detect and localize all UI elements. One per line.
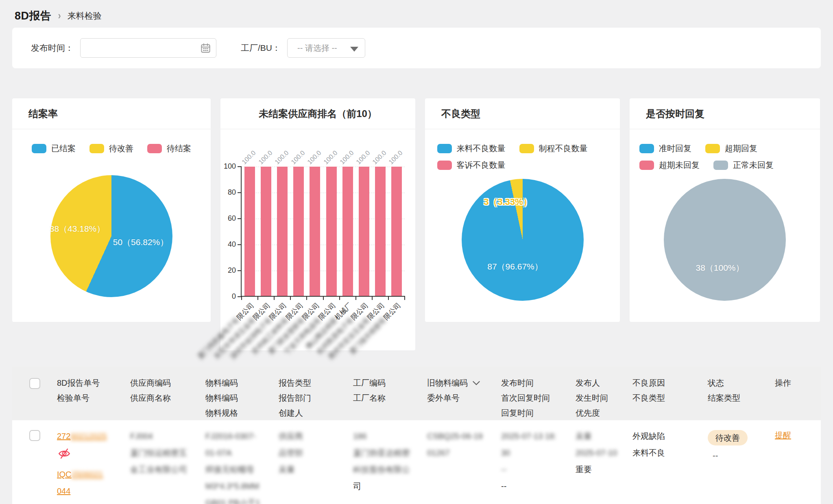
cell-line: FJ2016-0307- xyxy=(205,430,279,442)
x-axis-tick xyxy=(257,296,258,300)
pie-slice-label: 87（96.67%） xyxy=(487,261,543,272)
breadcrumb: 8D报告 › 来料检验 xyxy=(0,0,833,23)
publish-time-input[interactable] xyxy=(80,38,216,58)
header-line: 结案类型 xyxy=(708,391,775,406)
legend-swatch xyxy=(437,144,452,153)
inspection-no-tail: 044 xyxy=(57,487,70,495)
x-axis-tick xyxy=(339,296,340,300)
cell-line: 焊接无铅螺母 xyxy=(205,463,279,476)
select-all-checkbox[interactable] xyxy=(29,378,40,389)
header-line: 不良原因 xyxy=(632,376,708,391)
chevron-down-icon[interactable] xyxy=(472,380,481,386)
legend-item[interactable]: 已结案 xyxy=(32,143,76,154)
bar[interactable] xyxy=(293,167,304,296)
bar[interactable] xyxy=(359,167,369,296)
report-no-link[interactable]: 27260212025 xyxy=(57,432,107,441)
breadcrumb-current[interactable]: 来料检验 xyxy=(68,10,102,22)
report-no-clear: 272 xyxy=(57,432,70,441)
header-cell: 物料编码物料编码物料规格 xyxy=(205,376,279,421)
bar-slot[interactable]: 100.0佛山顺达精密机械厂 xyxy=(340,167,356,296)
cell-old-material: CSBQ25-06-1901267 xyxy=(427,430,501,504)
inspection-no-link-tail[interactable]: 044 xyxy=(57,487,70,495)
bar-slot[interactable]: 100.0厦门瑞丰精密有限公司 xyxy=(388,167,405,296)
legend-item[interactable]: 制程不良数量 xyxy=(519,143,588,154)
row-checkbox[interactable] xyxy=(29,430,40,441)
x-axis-tick xyxy=(355,296,356,300)
header-line: 创建人 xyxy=(279,406,353,421)
table-row[interactable]: 27260212025 IQC2506021 044 xyxy=(12,420,821,504)
legend-item[interactable]: 准时回复 xyxy=(639,143,691,154)
header-text: 物料编码 xyxy=(205,376,238,391)
header-text: 委外单号 xyxy=(427,391,460,406)
cell-line: 186 xyxy=(353,430,427,442)
table-header-row: 8D报告单号检验单号供应商编码供应商名称物料编码物料编码物料规格报告类型报告部门… xyxy=(12,367,821,420)
header-line: 工厂名称 xyxy=(353,391,427,406)
bar[interactable] xyxy=(310,167,320,296)
header-cell: 发布人发生时间优先度 xyxy=(576,376,632,421)
defect-type-legend: 来料不良数量制程不良数量客诉不良数量 xyxy=(437,143,608,171)
header-text: 供应商名称 xyxy=(130,391,171,406)
header-line: 8D报告单号 xyxy=(57,376,130,391)
legend-item[interactable]: 来料不良数量 xyxy=(437,143,506,154)
bar-slot[interactable]: 100.0杭州凯美电子有限公司 xyxy=(356,167,372,296)
bar[interactable] xyxy=(391,167,402,296)
bar-slot[interactable]: 100.0苏州精工材料有限公司 xyxy=(290,167,307,296)
bar[interactable] xyxy=(277,167,288,296)
remind-link[interactable]: 提醒 xyxy=(775,431,791,440)
bar-slot[interactable]: 100.0惠州市宏业五金有限公司 xyxy=(372,167,388,296)
eye-off-icon[interactable] xyxy=(58,448,71,463)
defect-type-pie-chart[interactable]: 3（3.33%） 87（96.67%） xyxy=(462,179,584,301)
cell-line: M3*4.3*5.8MM xyxy=(205,480,279,492)
bar[interactable] xyxy=(342,167,353,296)
legend-item[interactable]: 客诉不良数量 xyxy=(437,160,506,171)
bar-value-label: 100.0 xyxy=(355,149,371,166)
bar[interactable] xyxy=(375,167,386,296)
header-line: 供应商名称 xyxy=(130,391,205,406)
header-line: 物料编码 xyxy=(205,391,279,406)
header-text: 发布时间 xyxy=(501,376,534,391)
legend-label: 超期未回复 xyxy=(659,160,700,171)
card-closure-rate-title: 结案率 xyxy=(28,107,58,120)
cell-publish-time: 2025-07-13 18:30---- xyxy=(501,430,576,504)
header-line: 回复时间 xyxy=(501,406,576,421)
header-text: 发生时间 xyxy=(576,391,608,406)
supplier-bar-chart[interactable]: 020406080100100.0厦门伟胜鑫电子有限公司100.0东莞市华泽五金… xyxy=(241,167,405,297)
bar[interactable] xyxy=(326,167,337,296)
factory-bu-filter: 工厂/BU： -- 请选择 -- xyxy=(241,38,365,58)
cell-line: 30 xyxy=(501,447,576,459)
legend-item[interactable]: 待改善 xyxy=(89,143,133,154)
header-cell: 8D报告单号检验单号 xyxy=(57,376,130,421)
closure-type-value: -- xyxy=(708,451,775,461)
publish-time-label: 发布时间： xyxy=(31,42,74,54)
header-line: 首次回复时间 xyxy=(501,391,576,406)
reply-on-time-pie-chart[interactable]: 38（100%） xyxy=(664,179,786,301)
bar-value-label: 100.0 xyxy=(273,149,290,166)
header-text: 检验单号 xyxy=(57,391,89,406)
y-axis-tick-label: 40 xyxy=(228,240,236,249)
bar[interactable] xyxy=(244,167,255,296)
bar-slot[interactable]: 100.0厦门伟胜鑫电子有限公司 xyxy=(242,167,258,296)
y-axis-tick-label: 100 xyxy=(224,162,236,171)
legend-item[interactable]: 超期回复 xyxy=(705,143,757,154)
bar-value-label: 100.0 xyxy=(388,149,404,166)
factory-bu-select[interactable]: -- 请选择 -- xyxy=(287,38,365,58)
calendar-icon[interactable] xyxy=(200,43,211,55)
legend-item[interactable]: 待结案 xyxy=(147,143,191,154)
bar-slot[interactable]: 100.0深圳市创润电子有限公司 xyxy=(274,167,290,296)
bar-slot[interactable]: 100.0宁波天和电器有限公司 xyxy=(323,167,339,296)
header-cell: 供应商编码供应商名称 xyxy=(130,376,205,421)
closure-rate-pie-chart[interactable]: 38（43.18%） 50（56.82%） xyxy=(50,175,172,297)
header-text: 旧物料编码 xyxy=(427,376,468,391)
cell-action: 提醒 xyxy=(775,430,821,504)
legend-item[interactable]: 超期未回复 xyxy=(639,160,700,171)
bar[interactable] xyxy=(261,167,271,296)
header-line: 报告类型 xyxy=(279,376,353,391)
inspection-no-link[interactable]: IQC2506021 xyxy=(57,470,103,479)
bar-slot[interactable]: 100.0厦门联发塑胶有限公司 xyxy=(307,167,323,296)
legend-item[interactable]: 正常未回复 xyxy=(713,160,774,171)
y-axis-tick xyxy=(238,218,242,219)
bar-slot[interactable]: 100.0东莞市华泽五金有限公司 xyxy=(258,167,274,296)
bar-value-label: 100.0 xyxy=(290,149,306,166)
cell-line: 司 xyxy=(353,480,427,492)
header-line: 发布人 xyxy=(576,376,632,391)
